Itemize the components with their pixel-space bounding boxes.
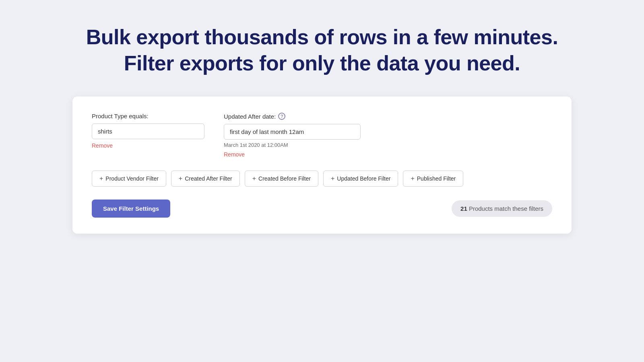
updated-after-resolved: March 1st 2020 at 12:00AM bbox=[224, 142, 361, 148]
active-filters-row: Product Type equals: Remove Updated Afte… bbox=[92, 113, 552, 158]
updated-after-label: Updated After date: ? bbox=[224, 113, 361, 120]
hero-section: Bulk export thousands of rows in a few m… bbox=[86, 24, 558, 76]
add-published-filter-label: Published Filter bbox=[417, 175, 456, 182]
add-vendor-filter-label: Product Vendor Filter bbox=[105, 175, 159, 182]
bottom-row: Save Filter Settings 21 Products match t… bbox=[92, 200, 552, 218]
match-count: 21 bbox=[460, 205, 467, 212]
updated-after-input[interactable] bbox=[224, 124, 361, 140]
add-created-before-filter-label: Created Before Filter bbox=[258, 175, 311, 182]
hero-title: Bulk export thousands of rows in a few m… bbox=[86, 24, 558, 76]
plus-icon: + bbox=[252, 175, 256, 182]
plus-icon: + bbox=[179, 175, 182, 182]
product-type-remove[interactable]: Remove bbox=[92, 142, 204, 149]
match-label-text: Products match these filters bbox=[469, 205, 543, 212]
add-updated-before-filter-label: Updated Before Filter bbox=[337, 175, 390, 182]
product-type-input[interactable] bbox=[92, 123, 204, 139]
save-filter-settings-button[interactable]: Save Filter Settings bbox=[92, 200, 170, 218]
plus-icon: + bbox=[331, 175, 334, 182]
match-badge: 21 Products match these filters bbox=[452, 200, 552, 217]
product-type-filter: Product Type equals: Remove bbox=[92, 113, 204, 149]
updated-after-help-icon[interactable]: ? bbox=[278, 113, 285, 120]
add-updated-before-filter-button[interactable]: + Updated Before Filter bbox=[323, 171, 398, 187]
add-created-after-filter-button[interactable]: + Created After Filter bbox=[171, 171, 240, 187]
add-created-before-filter-button[interactable]: + Created Before Filter bbox=[245, 171, 318, 187]
updated-after-filter: Updated After date: ? March 1st 2020 at … bbox=[224, 113, 361, 158]
add-published-filter-button[interactable]: + Published Filter bbox=[403, 171, 463, 187]
add-vendor-filter-button[interactable]: + Product Vendor Filter bbox=[92, 171, 166, 187]
plus-icon: + bbox=[411, 175, 414, 182]
product-type-label: Product Type equals: bbox=[92, 113, 204, 119]
filter-card: Product Type equals: Remove Updated Afte… bbox=[72, 97, 572, 234]
updated-after-remove[interactable]: Remove bbox=[224, 151, 361, 158]
add-created-after-filter-label: Created After Filter bbox=[185, 175, 232, 182]
add-filters-row: + Product Vendor Filter + Created After … bbox=[92, 171, 552, 187]
plus-icon: + bbox=[99, 175, 103, 182]
